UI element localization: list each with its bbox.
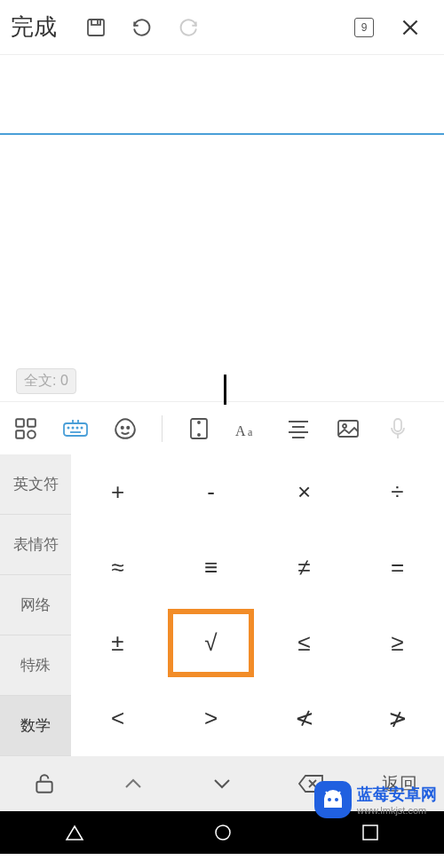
symbol-keyboard: 英文符 表情符 网络 特殊 数学 + - × ÷ ≈ ≡ ≠ = ± √ ≤ ≥… xyxy=(0,454,444,756)
watermark: 蓝莓安卓网 www.lmkjst.com xyxy=(314,781,437,818)
symbol-notlt[interactable]: ≮ xyxy=(258,681,351,756)
symbol-notgt[interactable]: ≯ xyxy=(351,681,444,756)
symbol-plus[interactable]: + xyxy=(71,454,164,530)
symbol-grid: + - × ÷ ≈ ≡ ≠ = ± √ ≤ ≥ < > ≮ ≯ xyxy=(71,454,444,756)
editor-title-area[interactable] xyxy=(0,55,444,135)
keyboard-icon[interactable] xyxy=(59,412,92,446)
redo-icon xyxy=(170,10,206,45)
align-icon[interactable] xyxy=(281,412,315,446)
save-icon[interactable] xyxy=(78,10,114,45)
category-special[interactable]: 特殊 xyxy=(0,635,71,696)
fullscreen-icon[interactable] xyxy=(182,412,216,446)
editor-body[interactable]: 全文: 0 xyxy=(0,135,444,401)
watermark-logo-icon xyxy=(314,781,352,818)
svg-marker-35 xyxy=(67,826,83,840)
apps-icon[interactable] xyxy=(9,412,43,446)
svg-point-8 xyxy=(28,430,36,438)
format-toolbar: Aa xyxy=(0,401,444,454)
nav-back-icon[interactable] xyxy=(65,823,84,842)
watermark-title: 蓝莓安卓网 xyxy=(357,784,437,805)
symbol-sqrt[interactable]: √ xyxy=(164,605,258,681)
category-english[interactable]: 英文符 xyxy=(0,454,71,515)
svg-rect-5 xyxy=(16,419,24,427)
svg-point-20 xyxy=(198,422,200,423)
font-icon[interactable]: Aa xyxy=(232,412,266,446)
symbol-multiply[interactable]: × xyxy=(258,454,351,530)
svg-point-38 xyxy=(328,798,331,801)
nav-home-icon[interactable] xyxy=(213,823,233,842)
svg-rect-9 xyxy=(64,423,87,436)
close-icon[interactable] xyxy=(392,10,428,45)
image-icon[interactable] xyxy=(331,412,365,446)
symbol-equal[interactable]: = xyxy=(351,530,444,605)
symbol-gt[interactable]: > xyxy=(164,681,258,756)
svg-rect-0 xyxy=(88,20,104,36)
svg-rect-37 xyxy=(363,825,377,840)
symbol-minus[interactable]: - xyxy=(164,454,258,530)
svg-rect-6 xyxy=(28,419,36,427)
symbol-approx[interactable]: ≈ xyxy=(71,530,164,605)
word-count-badge: 全文: 0 xyxy=(16,368,76,394)
toolbar-divider xyxy=(162,415,163,442)
undo-icon[interactable] xyxy=(124,10,160,45)
symbol-lte[interactable]: ≤ xyxy=(258,605,351,681)
nav-recent-icon[interactable] xyxy=(361,824,379,841)
symbol-divide[interactable]: ÷ xyxy=(351,454,444,530)
svg-point-36 xyxy=(216,825,230,840)
svg-point-39 xyxy=(335,798,338,801)
svg-rect-30 xyxy=(394,419,401,431)
watermark-url: www.lmkjst.com xyxy=(357,805,437,816)
symbol-plusminus[interactable]: ± xyxy=(71,605,164,681)
svg-point-17 xyxy=(122,426,123,428)
emoji-icon[interactable] xyxy=(108,412,142,446)
mic-icon[interactable] xyxy=(381,412,415,446)
text-cursor xyxy=(224,375,226,405)
svg-rect-32 xyxy=(36,782,52,793)
svg-rect-7 xyxy=(16,430,24,438)
symbol-identical[interactable]: ≡ xyxy=(164,530,258,605)
svg-rect-1 xyxy=(91,20,100,25)
down-arrow-button[interactable] xyxy=(178,756,266,811)
page-number-button[interactable]: 9 xyxy=(346,10,382,45)
svg-text:a: a xyxy=(248,426,253,438)
category-emoji[interactable]: 表情符 xyxy=(0,515,71,575)
category-network[interactable]: 网络 xyxy=(0,575,71,635)
svg-text:A: A xyxy=(235,423,246,438)
svg-point-29 xyxy=(343,424,346,428)
lock-button[interactable] xyxy=(0,756,89,811)
svg-point-18 xyxy=(127,426,129,428)
symbol-notequal[interactable]: ≠ xyxy=(258,530,351,605)
category-math[interactable]: 数学 xyxy=(0,696,71,756)
category-column: 英文符 表情符 网络 特殊 数学 xyxy=(0,454,71,756)
symbol-gte[interactable]: ≥ xyxy=(351,605,444,681)
top-toolbar: 完成 9 xyxy=(0,0,444,55)
done-button[interactable]: 完成 xyxy=(11,12,57,43)
svg-point-21 xyxy=(198,434,200,436)
symbol-lt[interactable]: < xyxy=(71,681,164,756)
page-number-label: 9 xyxy=(354,18,374,37)
up-arrow-button[interactable] xyxy=(89,756,178,811)
